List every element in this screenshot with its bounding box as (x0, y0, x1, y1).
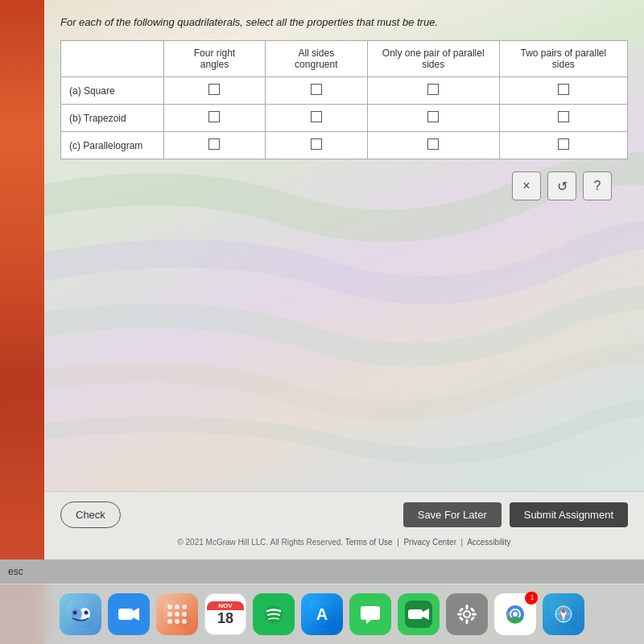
undo-icon: ↺ (557, 179, 568, 194)
checkbox-trapezoid-two-pairs[interactable] (558, 111, 569, 122)
left-decorative-strip (0, 0, 44, 644)
row-label-trapezoid: (b) Trapezoid (61, 105, 164, 132)
main-content-area: For each of the following quadrilaterals… (44, 0, 644, 221)
cell-square-one-pair[interactable] (367, 77, 499, 105)
dock-item-zoom[interactable] (108, 593, 150, 635)
col-header-all-sides: All sidescongruent (265, 41, 367, 77)
checkbox-parallelogram-all-sides[interactable] (311, 138, 322, 150)
close-icon: × (522, 179, 530, 193)
properties-table: Four rightangles All sidescongruent Only… (60, 40, 628, 159)
row-label-square: (a) Square (61, 77, 164, 105)
svg-point-16 (182, 612, 187, 617)
close-button[interactable]: × (512, 171, 541, 200)
esc-key-label: esc (8, 566, 23, 577)
dock-item-safari[interactable] (543, 593, 584, 635)
checkbox-trapezoid-all-sides[interactable] (311, 111, 322, 122)
cell-parallelogram-one-pair[interactable] (367, 132, 499, 159)
svg-point-14 (167, 612, 172, 617)
help-icon: ? (594, 179, 601, 193)
question-area: For each of the following quadrilaterals… (44, 0, 644, 221)
cell-trapezoid-two-pairs[interactable] (499, 105, 627, 132)
col-header-right-angles: Four rightangles (164, 41, 266, 77)
checkbox-square-two-pairs[interactable] (558, 84, 569, 95)
dock-item-spotify[interactable] (253, 593, 295, 635)
checkbox-square-all-sides[interactable] (311, 84, 322, 95)
svg-point-17 (167, 619, 172, 624)
table-row: (b) Trapezoid (61, 105, 628, 132)
dock-item-messages[interactable] (349, 593, 391, 635)
footer-buttons: Check Save For Later Submit Assignment (44, 492, 644, 538)
table-row: (a) Square (61, 77, 628, 105)
dock-item-facetime[interactable] (398, 593, 440, 635)
cell-square-all-sides[interactable] (265, 77, 367, 105)
cell-parallelogram-two-pairs[interactable] (499, 132, 627, 159)
svg-text:A: A (316, 605, 328, 623)
svg-point-5 (73, 611, 77, 615)
check-button[interactable]: Check (60, 502, 121, 528)
table-row: (c) Parallelogram (61, 132, 628, 159)
accessibility-link[interactable]: Accessibility (467, 538, 510, 547)
keyboard-bar: esc (0, 559, 644, 584)
chrome-notification-badge: 1 (526, 592, 538, 603)
svg-point-43 (513, 612, 518, 617)
checkbox-parallelogram-one-pair[interactable] (427, 138, 439, 150)
svg-point-18 (175, 619, 180, 624)
cell-trapezoid-all-sides[interactable] (265, 105, 367, 132)
svg-point-13 (182, 605, 187, 609)
checkbox-square-one-pair[interactable] (427, 84, 439, 95)
svg-point-15 (175, 612, 180, 617)
privacy-center-link[interactable]: Privacy Center (403, 538, 456, 547)
terms-of-use-link[interactable]: Terms of Use (345, 538, 393, 547)
dock-item-chrome[interactable]: 1 1 (494, 593, 536, 635)
dock-item-appstore[interactable]: A (301, 593, 343, 635)
col-header-label (61, 41, 164, 77)
col-header-one-pair: Only one pair of parallelsides (367, 41, 499, 77)
macos-dock: NOV 18 A (0, 584, 644, 644)
cell-square-right-angles[interactable] (164, 77, 266, 105)
footer-right-buttons: Save For Later Submit Assignment (403, 502, 628, 527)
svg-point-11 (167, 605, 172, 609)
save-for-later-button[interactable]: Save For Later (403, 502, 502, 527)
svg-point-19 (182, 619, 187, 624)
dock-item-system-preferences[interactable] (446, 593, 488, 635)
dock-item-calendar[interactable]: NOV 18 (204, 593, 246, 635)
checkbox-parallelogram-right-angles[interactable] (208, 138, 220, 150)
svg-point-12 (175, 605, 180, 609)
cell-parallelogram-all-sides[interactable] (265, 132, 367, 159)
svg-rect-34 (472, 613, 477, 616)
question-text: For each of the following quadrilaterals… (60, 16, 628, 28)
cell-square-two-pairs[interactable] (499, 77, 627, 105)
row-label-parallelogram: (c) Parallelogram (61, 132, 164, 159)
svg-rect-8 (118, 609, 133, 620)
checkbox-parallelogram-two-pairs[interactable] (558, 138, 569, 150)
submit-assignment-button[interactable]: Submit Assignment (510, 502, 628, 527)
svg-rect-26 (408, 609, 423, 619)
svg-rect-33 (457, 613, 462, 616)
cell-parallelogram-right-angles[interactable] (164, 132, 266, 159)
dock-item-launchpad[interactable] (156, 593, 198, 635)
checkbox-square-right-angles[interactable] (208, 84, 220, 95)
undo-button[interactable]: ↺ (547, 171, 576, 200)
col-header-two-pairs: Two pairs of parallelsides (499, 41, 627, 77)
checkbox-trapezoid-right-angles[interactable] (208, 111, 220, 122)
cell-trapezoid-right-angles[interactable] (164, 105, 266, 132)
svg-rect-31 (466, 605, 469, 609)
svg-point-6 (85, 611, 89, 615)
checkbox-trapezoid-one-pair[interactable] (427, 111, 439, 122)
dock-item-finder[interactable] (60, 593, 101, 635)
footer-copyright: © 2021 McGraw Hill LLC. All Rights Reser… (44, 538, 644, 551)
action-buttons-row: × ↺ ? (60, 159, 628, 213)
svg-rect-32 (466, 619, 469, 624)
help-button[interactable]: ? (583, 171, 612, 200)
svg-point-30 (464, 612, 469, 617)
cell-trapezoid-one-pair[interactable] (367, 105, 499, 132)
